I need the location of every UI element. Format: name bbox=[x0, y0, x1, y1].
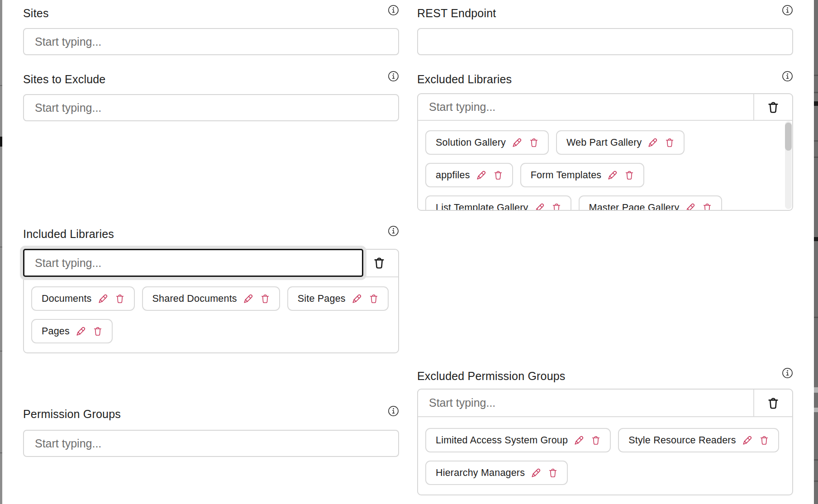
sites-label: Sites bbox=[23, 5, 49, 21]
delete-icon[interactable] bbox=[664, 137, 675, 148]
trash-icon bbox=[766, 100, 780, 114]
page-edge-right bbox=[814, 0, 818, 504]
chip-label: Pages bbox=[42, 326, 70, 337]
chip-label: Site Pages bbox=[298, 293, 346, 304]
scrollbar-thumb[interactable] bbox=[785, 123, 792, 151]
chip-label: Master Page Gallery bbox=[589, 202, 680, 210]
included-libraries-field: Documents Shared Documents Site Pages Pa… bbox=[23, 249, 399, 353]
edit-icon[interactable] bbox=[685, 202, 696, 210]
excluded-libraries-input[interactable] bbox=[418, 94, 753, 120]
edit-icon[interactable] bbox=[476, 169, 487, 181]
permission-groups-input[interactable] bbox=[23, 430, 399, 457]
edit-icon[interactable] bbox=[534, 202, 546, 210]
chip: Documents bbox=[31, 286, 135, 311]
trash-icon bbox=[766, 396, 780, 410]
clear-all-button[interactable] bbox=[754, 94, 792, 120]
chip: Web Part Gallery bbox=[556, 130, 685, 155]
chip-label: Shared Documents bbox=[152, 293, 237, 304]
excluded-permission-groups-chip-list: Limited Access System Group Style Resour… bbox=[418, 417, 792, 494]
rest-endpoint-input[interactable] bbox=[417, 28, 793, 55]
edit-icon[interactable] bbox=[75, 325, 87, 337]
edit-icon[interactable] bbox=[647, 137, 659, 148]
delete-icon[interactable] bbox=[702, 202, 713, 210]
chip: Pages bbox=[31, 319, 113, 343]
info-icon[interactable] bbox=[782, 367, 793, 379]
trash-icon bbox=[372, 256, 386, 270]
chip: Master Page Gallery bbox=[579, 195, 723, 210]
chip-label: Solution Gallery bbox=[436, 137, 506, 148]
permission-groups-label: Permission Groups bbox=[23, 406, 121, 422]
chip-label: Style Resource Readers bbox=[628, 435, 736, 446]
clear-all-button[interactable] bbox=[360, 250, 398, 276]
delete-icon[interactable] bbox=[368, 293, 379, 304]
clear-all-button[interactable] bbox=[754, 390, 792, 416]
excluded-permission-groups-field: Limited Access System Group Style Resour… bbox=[417, 389, 793, 495]
included-libraries-chip-list: Documents Shared Documents Site Pages Pa… bbox=[24, 277, 398, 353]
edit-icon[interactable] bbox=[573, 434, 585, 446]
chip: Form Templates bbox=[520, 163, 645, 187]
excluded-libraries-field: Solution Gallery Web Part Gallery appfil… bbox=[417, 93, 793, 211]
delete-icon[interactable] bbox=[624, 170, 635, 181]
sites-input[interactable] bbox=[23, 28, 399, 55]
delete-icon[interactable] bbox=[547, 467, 558, 478]
delete-icon[interactable] bbox=[260, 293, 271, 304]
excluded-permission-groups-label: Excluded Permission Groups bbox=[417, 368, 566, 384]
edit-icon[interactable] bbox=[511, 137, 523, 148]
chip-label: Hierarchy Managers bbox=[436, 467, 525, 479]
edit-icon[interactable] bbox=[243, 293, 254, 304]
info-icon[interactable] bbox=[388, 225, 399, 237]
delete-icon[interactable] bbox=[92, 326, 103, 337]
edit-icon[interactable] bbox=[97, 293, 109, 304]
chip: Style Resource Readers bbox=[618, 428, 779, 452]
page-edge-left bbox=[0, 0, 2, 504]
delete-icon[interactable] bbox=[528, 137, 539, 148]
chip: Limited Access System Group bbox=[425, 428, 611, 452]
rest-endpoint-label: REST Endpoint bbox=[417, 5, 496, 21]
info-icon[interactable] bbox=[388, 5, 399, 16]
settings-form-page: Sites REST Endpoint Sites to Exclude Exc… bbox=[0, 0, 818, 504]
chip: appfiles bbox=[425, 163, 513, 187]
info-icon[interactable] bbox=[782, 71, 793, 82]
sites-to-exclude-label: Sites to Exclude bbox=[23, 71, 105, 87]
delete-icon[interactable] bbox=[551, 202, 562, 210]
chip-label: Limited Access System Group bbox=[436, 435, 568, 446]
chip: List Template Gallery bbox=[425, 195, 571, 210]
chip-label: Form Templates bbox=[531, 170, 602, 181]
chip: Hierarchy Managers bbox=[425, 461, 568, 485]
chip: Shared Documents bbox=[142, 286, 280, 311]
delete-icon[interactable] bbox=[590, 435, 601, 446]
chip-label: List Template Gallery bbox=[436, 202, 528, 210]
chip: Solution Gallery bbox=[425, 130, 549, 155]
edit-icon[interactable] bbox=[351, 293, 363, 304]
info-icon[interactable] bbox=[388, 405, 399, 417]
chip-label: Documents bbox=[42, 293, 92, 304]
delete-icon[interactable] bbox=[114, 293, 125, 304]
excluded-permission-groups-input[interactable] bbox=[418, 390, 753, 416]
delete-icon[interactable] bbox=[759, 435, 770, 446]
edit-icon[interactable] bbox=[742, 434, 753, 446]
chip: Site Pages bbox=[287, 286, 389, 311]
excluded-libraries-label: Excluded Libraries bbox=[417, 71, 512, 87]
info-icon[interactable] bbox=[782, 5, 793, 16]
chip-label: Web Part Gallery bbox=[566, 137, 642, 148]
included-libraries-label: Included Libraries bbox=[23, 226, 114, 242]
edit-icon[interactable] bbox=[530, 467, 542, 479]
excluded-libraries-chip-list: Solution Gallery Web Part Gallery appfil… bbox=[418, 121, 792, 210]
scrollbar-track[interactable] bbox=[785, 121, 792, 209]
chip-label: appfiles bbox=[436, 170, 470, 181]
edit-icon[interactable] bbox=[607, 169, 618, 181]
included-libraries-input[interactable] bbox=[23, 249, 363, 277]
delete-icon[interactable] bbox=[493, 170, 504, 181]
info-icon[interactable] bbox=[388, 71, 399, 82]
sites-to-exclude-input[interactable] bbox=[23, 94, 399, 121]
